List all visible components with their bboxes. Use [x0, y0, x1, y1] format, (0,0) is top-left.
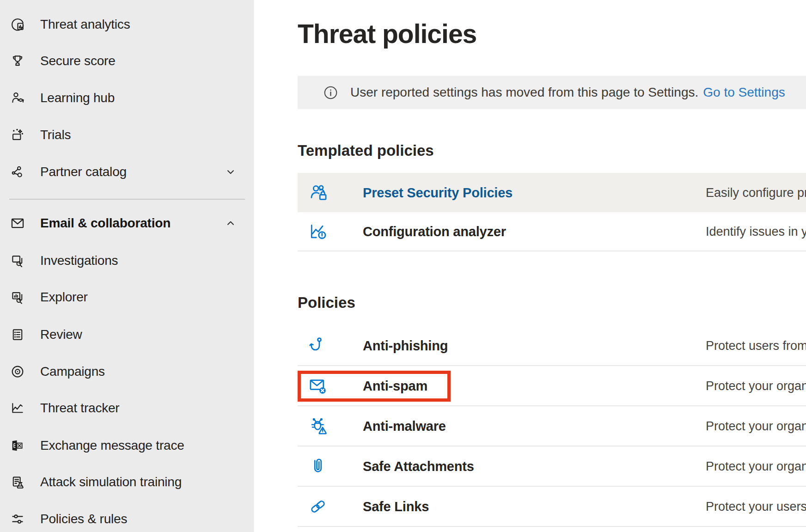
- investigations-icon: [10, 253, 25, 269]
- sidebar-item-threat-analytics[interactable]: Threat analytics: [0, 6, 254, 43]
- row-description: Protect your organiz: [706, 459, 806, 473]
- preset-security-policies-link[interactable]: Preset Security Policies: [363, 185, 513, 200]
- sidebar: Threat analytics Secure score Learning h…: [0, 0, 254, 532]
- sidebar-item-attack-simulation-training[interactable]: Attack simulation training: [0, 464, 254, 501]
- list-item-safe-attachments[interactable]: Safe Attachments Protect your organiz: [298, 446, 806, 487]
- sidebar-item-partner-catalog[interactable]: Partner catalog: [0, 153, 254, 190]
- attack-simulation-icon: [10, 474, 25, 490]
- preset-security-policies-icon: [308, 183, 328, 203]
- list-item-preset-security-policies[interactable]: Preset Security Policies Easily configur…: [298, 173, 806, 212]
- sidebar-item-label: Exchange message trace: [40, 438, 184, 453]
- sidebar-group-email-collaboration[interactable]: Email & collaboration: [0, 205, 254, 242]
- anti-malware-link[interactable]: Anti-malware: [363, 418, 446, 434]
- threat-analytics-icon: [10, 17, 25, 32]
- sidebar-group-label: Email & collaboration: [40, 216, 171, 231]
- sidebar-item-label: Partner catalog: [40, 165, 127, 179]
- safe-links-link[interactable]: Safe Links: [363, 499, 429, 514]
- sidebar-item-label: Trials: [40, 128, 71, 142]
- sidebar-item-label: Explorer: [40, 290, 88, 305]
- row-description: Protect your users fr: [706, 499, 806, 514]
- row-description: Easily configure prot: [706, 185, 806, 200]
- sidebar-item-label: Policies & rules: [40, 512, 127, 526]
- sidebar-item-threat-tracker[interactable]: Threat tracker: [0, 390, 254, 427]
- page-title: Threat policies: [298, 18, 476, 49]
- email-icon: [10, 215, 25, 231]
- row-description: Protect users from p: [706, 338, 806, 353]
- row-description: Protect your organiz: [706, 419, 806, 433]
- anti-phishing-link[interactable]: Anti-phishing: [363, 338, 448, 353]
- row-description: Protect your organiz: [706, 379, 806, 393]
- policies-rules-icon: [10, 511, 25, 527]
- sidebar-item-label: Learning hub: [40, 91, 115, 105]
- info-banner: User reported settings has moved from th…: [298, 76, 806, 109]
- section-heading-policies: Policies: [298, 294, 355, 312]
- info-icon: [323, 85, 338, 100]
- chevron-up-icon[interactable]: [225, 217, 237, 229]
- anti-phishing-icon: [308, 336, 328, 356]
- explorer-icon: [10, 289, 25, 305]
- sidebar-item-learning-hub[interactable]: Learning hub: [0, 79, 254, 116]
- sidebar-divider: [9, 199, 245, 200]
- threat-policies-page: Threat analytics Secure score Learning h…: [0, 0, 806, 532]
- anti-malware-icon: [308, 416, 328, 436]
- sidebar-item-policies-rules[interactable]: Policies & rules: [0, 501, 254, 532]
- exchange-icon: [10, 438, 25, 453]
- sidebar-item-exchange-message-trace[interactable]: Exchange message trace: [0, 427, 254, 464]
- configuration-analyzer-link[interactable]: Configuration analyzer: [363, 224, 506, 239]
- safe-attachments-icon: [308, 456, 328, 477]
- partner-catalog-icon: [10, 164, 25, 180]
- safe-links-icon: [308, 496, 328, 517]
- review-icon: [10, 327, 25, 342]
- sidebar-item-review[interactable]: Review: [0, 316, 254, 353]
- learning-hub-icon: [10, 90, 25, 106]
- secure-score-icon: [10, 53, 25, 69]
- sidebar-item-label: Review: [40, 327, 82, 342]
- trials-icon: [10, 127, 25, 143]
- chevron-down-icon[interactable]: [225, 166, 237, 178]
- campaigns-icon: [10, 364, 25, 379]
- list-item-configuration-analyzer[interactable]: Configuration analyzer Identify issues i…: [298, 212, 806, 251]
- sidebar-item-label: Attack simulation training: [40, 475, 182, 489]
- sidebar-item-label: Threat analytics: [40, 17, 130, 32]
- list-item-safe-links[interactable]: Safe Links Protect your users fr: [298, 487, 806, 527]
- list-item-anti-malware[interactable]: Anti-malware Protect your organiz: [298, 406, 806, 446]
- sidebar-item-label: Investigations: [40, 253, 118, 268]
- sidebar-item-label: Threat tracker: [40, 401, 119, 416]
- threat-tracker-icon: [10, 400, 25, 416]
- sidebar-item-investigations[interactable]: Investigations: [0, 242, 254, 279]
- section-heading-templated-policies: Templated policies: [298, 142, 434, 159]
- annotation-highlight-box: [298, 371, 451, 402]
- sidebar-item-explorer[interactable]: Explorer: [0, 279, 254, 316]
- go-to-settings-link[interactable]: Go to Settings: [703, 85, 785, 100]
- safe-attachments-link[interactable]: Safe Attachments: [363, 459, 474, 474]
- sidebar-item-label: Secure score: [40, 54, 116, 68]
- list-item-anti-phishing[interactable]: Anti-phishing Protect users from p: [298, 326, 806, 366]
- sidebar-item-trials[interactable]: Trials: [0, 116, 254, 153]
- configuration-analyzer-icon: [308, 221, 328, 242]
- sidebar-item-campaigns[interactable]: Campaigns: [0, 353, 254, 390]
- banner-message: User reported settings has moved from th…: [350, 85, 698, 100]
- sidebar-item-secure-score[interactable]: Secure score: [0, 43, 254, 79]
- sidebar-item-label: Campaigns: [40, 364, 105, 379]
- row-description: Identify issues in you: [706, 224, 806, 238]
